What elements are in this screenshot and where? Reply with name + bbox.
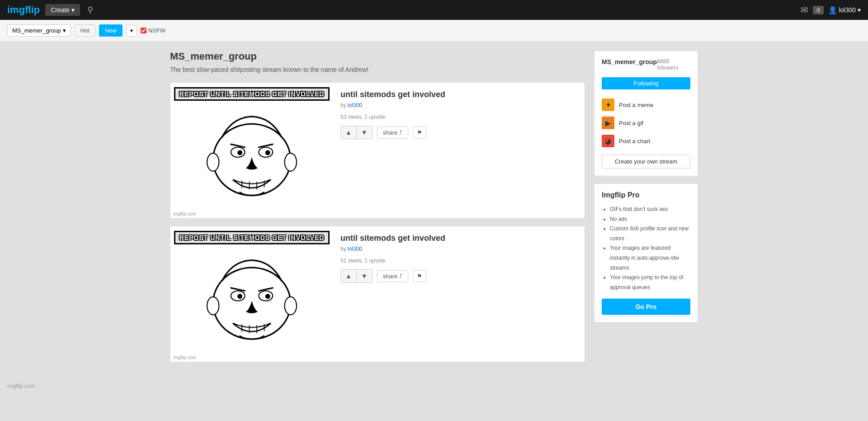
flag-icon: ⚑ bbox=[417, 129, 422, 136]
upvote-button-2[interactable]: ▲ bbox=[341, 270, 356, 282]
share-icon: ⤴ bbox=[399, 129, 402, 136]
nsfw-toggle-label[interactable]: NSFW bbox=[141, 27, 165, 34]
header-right: ✉ 0 👤 lol300 ▾ bbox=[801, 5, 861, 15]
mail-icon[interactable]: ✉ bbox=[801, 5, 808, 15]
footer: imgflip.com bbox=[0, 379, 868, 394]
followers-count: 8888 followers bbox=[657, 58, 690, 71]
svg-point-24 bbox=[207, 297, 219, 315]
post-meme-label: Post a meme bbox=[619, 102, 654, 108]
sidebar-actions-list: ✦ Post a meme ▶ Post a gif ◕ Post a char… bbox=[602, 96, 690, 150]
pro-feature-item: GIFs that don't suck ass bbox=[610, 205, 690, 215]
post-gif-label: Post a gif bbox=[619, 120, 643, 126]
username-label: lol300 bbox=[839, 6, 856, 14]
troll-face-image-2 bbox=[202, 251, 302, 351]
stream-info-card: MS_memer_group 8888 followers Following … bbox=[594, 51, 698, 176]
sort-dropdown-button[interactable]: ▾ bbox=[126, 25, 137, 37]
go-pro-button[interactable]: Go Pro bbox=[602, 299, 690, 315]
pro-title: Imgflip Pro bbox=[602, 191, 690, 199]
tab-hot[interactable]: Hot bbox=[75, 24, 95, 37]
post-chart-icon: ◕ bbox=[602, 135, 614, 147]
svg-point-4 bbox=[265, 150, 270, 155]
post-image-placeholder: REPOST UNTIL SITEMODS GET INVOLVED bbox=[170, 226, 333, 362]
user-menu-button[interactable]: 👤 lol300 ▾ bbox=[828, 6, 861, 14]
stream-select-dropdown-icon: ▾ bbox=[63, 27, 66, 34]
post-chart-action[interactable]: ◕ Post a chart bbox=[602, 132, 690, 150]
user-dropdown-icon: ▾ bbox=[858, 6, 861, 14]
post-meta: by lol300 bbox=[340, 102, 577, 108]
post-upvotes: 1 upvote bbox=[364, 114, 385, 120]
upvote-button[interactable]: ▲ bbox=[341, 126, 356, 139]
post-gif-icon: ▶ bbox=[602, 117, 614, 129]
post-info-2: until sitemods get involved by lol300 51… bbox=[333, 226, 585, 362]
pro-feature-item: Custom 6x6 profile icon and new colors bbox=[610, 224, 690, 243]
downvote-button-2[interactable]: ▼ bbox=[357, 270, 372, 282]
flag-button[interactable]: ⚑ bbox=[413, 126, 426, 139]
troll-face-image bbox=[202, 108, 302, 207]
vote-buttons-2: ▲ ▼ bbox=[340, 269, 373, 283]
nsfw-label-text: NSFW bbox=[148, 27, 165, 34]
logo-flip-part: flip bbox=[25, 4, 40, 15]
tab-new-label: New bbox=[105, 27, 117, 34]
post-card: REPOST UNTIL SITEMODS GET INVOLVED bbox=[170, 226, 585, 362]
post-meme-action[interactable]: ✦ Post a meme bbox=[602, 96, 690, 114]
svg-point-25 bbox=[285, 297, 297, 315]
pro-feature-item: Your images jump to the top of approval … bbox=[610, 273, 690, 292]
post-views-2: 51 views bbox=[340, 257, 362, 264]
post-inner: REPOST UNTIL SITEMODS GET INVOLVED bbox=[170, 83, 585, 218]
meme-banner-text: REPOST UNTIL SITEMODS GET INVOLVED bbox=[174, 87, 330, 101]
meme-banner-text: REPOST UNTIL SITEMODS GET INVOLVED bbox=[174, 231, 330, 244]
svg-point-17 bbox=[265, 294, 270, 299]
post-image-placeholder: REPOST UNTIL SITEMODS GET INVOLVED bbox=[170, 83, 333, 218]
share-button[interactable]: share ⤴ bbox=[377, 126, 409, 139]
post-image-area: REPOST UNTIL SITEMODS GET INVOLVED bbox=[170, 226, 333, 362]
post-image-area: REPOST UNTIL SITEMODS GET INVOLVED bbox=[170, 83, 333, 218]
post-title-2: until sitemods get involved bbox=[340, 234, 577, 243]
create-stream-button[interactable]: Create your own stream bbox=[602, 154, 690, 168]
sub-header: MS_memer_group ▾ Hot New ▾ NSFW bbox=[0, 20, 868, 42]
post-views: 53 views bbox=[340, 114, 362, 120]
post-author-link-2[interactable]: lol300 bbox=[348, 246, 362, 252]
nsfw-checkbox[interactable] bbox=[141, 28, 146, 33]
notification-badge[interactable]: 0 bbox=[813, 6, 823, 14]
svg-point-16 bbox=[237, 294, 242, 299]
imgflip-watermark-2: imgflip.com bbox=[173, 355, 196, 360]
feed-section: MS_memer_group The best slow-paced shitp… bbox=[170, 51, 585, 370]
post-author-link[interactable]: lol300 bbox=[348, 102, 362, 108]
svg-point-11 bbox=[207, 153, 219, 171]
stream-card-header: MS_memer_group 8888 followers bbox=[602, 58, 690, 71]
post-stats: 53 views, 1 upvote bbox=[340, 114, 577, 120]
tab-hot-label: Hot bbox=[80, 27, 90, 34]
post-card: REPOST UNTIL SITEMODS GET INVOLVED bbox=[170, 82, 585, 219]
post-inner: REPOST UNTIL SITEMODS GET INVOLVED bbox=[170, 226, 585, 362]
post-actions-2: ▲ ▼ share ⤴ ⚑ bbox=[340, 269, 577, 283]
stream-description: The best slow-paced shitposting stream k… bbox=[170, 66, 585, 73]
post-gif-action[interactable]: ▶ Post a gif bbox=[602, 114, 690, 132]
post-meta-2: by lol300 bbox=[340, 246, 577, 252]
post-info: until sitemods get involved by lol300 53… bbox=[333, 83, 585, 218]
share-button-2[interactable]: share ⤴ bbox=[377, 270, 409, 282]
logo-text: imgflip bbox=[7, 4, 40, 16]
logo-img-part: img bbox=[7, 4, 25, 15]
search-icon: ⚲ bbox=[87, 5, 93, 14]
following-button[interactable]: Following bbox=[602, 77, 690, 89]
create-button[interactable]: Create ▾ bbox=[45, 4, 80, 16]
imgflip-watermark: imgflip.com bbox=[173, 211, 196, 216]
downvote-button[interactable]: ▼ bbox=[357, 126, 372, 139]
stream-select-button[interactable]: MS_memer_group ▾ bbox=[7, 24, 71, 37]
create-dropdown-icon: ▾ bbox=[71, 6, 75, 14]
pro-feature-item: Your images are featured instantly in au… bbox=[610, 243, 690, 273]
share-label-2: share bbox=[383, 273, 398, 280]
sort-dropdown-icon: ▾ bbox=[130, 28, 133, 34]
post-chart-label: Post a chart bbox=[619, 138, 650, 145]
search-button[interactable]: ⚲ bbox=[85, 3, 95, 17]
flag-button-2[interactable]: ⚑ bbox=[413, 270, 426, 282]
main-container: MS_memer_group The best slow-paced shitp… bbox=[163, 42, 705, 379]
svg-point-12 bbox=[285, 153, 297, 171]
pro-card: Imgflip Pro GIFs that don't suck ass No … bbox=[594, 183, 698, 323]
share-icon-2: ⤴ bbox=[399, 273, 402, 280]
post-stats-2: 51 views, 1 upvote bbox=[340, 257, 577, 264]
logo[interactable]: imgflip bbox=[7, 4, 40, 16]
tab-new[interactable]: New bbox=[99, 24, 123, 37]
flag-icon-2: ⚑ bbox=[417, 273, 422, 280]
user-avatar-icon: 👤 bbox=[828, 6, 837, 14]
